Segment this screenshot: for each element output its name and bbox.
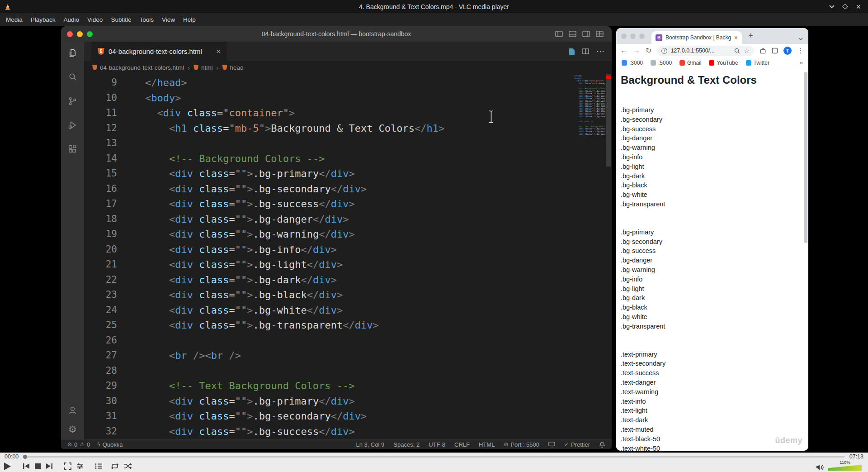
extension-icon[interactable] xyxy=(760,48,766,54)
speaker-icon[interactable] xyxy=(816,464,825,471)
maximize-button[interactable] xyxy=(843,4,849,10)
vlc-menu-view[interactable]: View xyxy=(158,13,179,26)
bookmarks-overflow-icon[interactable]: » xyxy=(800,59,803,66)
bookmark-youtube[interactable]: YouTube xyxy=(709,60,738,66)
breadcrumb-item[interactable]: html xyxy=(193,64,213,71)
code-line: <div class="">.bg-danger</div> xyxy=(145,212,612,227)
site-info-icon[interactable]: i xyxy=(661,48,667,54)
tab-search-chevron-icon[interactable] xyxy=(798,34,803,42)
search-icon[interactable] xyxy=(67,72,78,82)
vscode-minimize-button[interactable] xyxy=(77,31,83,37)
address-bar[interactable]: i 127.0.0.1:5500/... ☆ xyxy=(657,46,754,56)
language-status[interactable]: HTML xyxy=(479,441,495,448)
page-scrollbar[interactable] xyxy=(804,72,807,243)
encoding-status[interactable]: UTF-8 xyxy=(429,441,445,448)
bookmark-gmail[interactable]: Gmail xyxy=(679,60,701,66)
new-tab-button[interactable]: + xyxy=(748,31,753,41)
code-line: <div class="">.bg-info</div> xyxy=(145,242,612,257)
line-number: 11 xyxy=(84,105,117,121)
settings-gear-icon[interactable]: ⚙ xyxy=(68,424,77,434)
tab-groups-icon[interactable] xyxy=(772,48,778,54)
zoom-icon[interactable] xyxy=(734,48,740,54)
open-preview-icon[interactable] xyxy=(569,48,575,55)
account-icon[interactable] xyxy=(67,405,78,415)
shuffle-button[interactable] xyxy=(124,463,132,469)
more-actions-icon[interactable]: ⋯ xyxy=(596,47,604,57)
indentation-status[interactable]: Spaces: 2 xyxy=(393,441,420,448)
previous-button[interactable] xyxy=(23,463,30,469)
loop-button[interactable] xyxy=(111,463,119,469)
video-area[interactable]: 04-background-text-colors.html — bootstr… xyxy=(0,26,868,453)
play-button[interactable] xyxy=(4,462,11,471)
screencast-icon[interactable] xyxy=(548,441,555,448)
profile-avatar[interactable]: T xyxy=(783,47,792,55)
vscode-close-button[interactable] xyxy=(67,31,73,37)
explorer-icon[interactable] xyxy=(67,48,78,58)
extended-settings-button[interactable] xyxy=(76,463,84,469)
quokka-status[interactable]: ϟ Quokka xyxy=(97,441,123,448)
chrome-minimize-button[interactable] xyxy=(630,33,636,39)
vlc-menu-video[interactable]: Video xyxy=(83,13,107,26)
eol-status[interactable]: CRLF xyxy=(454,441,470,448)
vlc-menu-audio[interactable]: Audio xyxy=(60,13,84,26)
scrollbar-thumb[interactable] xyxy=(606,74,611,167)
bookmark-twitter[interactable]: Twitter xyxy=(746,60,769,66)
split-editor-icon[interactable] xyxy=(582,48,589,54)
vscode-zoom-button[interactable] xyxy=(87,31,93,37)
errors-count: 0 xyxy=(74,441,77,448)
editor-scrollbar[interactable] xyxy=(605,74,612,439)
chrome-active-tab[interactable]: B Bootstrap Sandbox | Backgrou × xyxy=(651,31,742,44)
vlc-menu-subtitle[interactable]: Subtitle xyxy=(107,13,135,26)
extensions-icon[interactable] xyxy=(67,144,78,154)
vlc-menu-media[interactable]: Media xyxy=(2,13,27,26)
vlc-menu-help[interactable]: Help xyxy=(179,13,200,26)
bookmark-5000[interactable]: :5000 xyxy=(651,60,672,66)
volume-slider[interactable]: 110% xyxy=(828,460,862,471)
customize-layout-icon[interactable] xyxy=(596,31,604,37)
bootstrap-favicon: B xyxy=(656,34,662,41)
bookmark-star-icon[interactable]: ☆ xyxy=(744,47,750,54)
prettier-status[interactable]: ✓ Prettier xyxy=(564,441,590,448)
toggle-sidebar-icon[interactable] xyxy=(555,31,563,37)
breadcrumb-separator: › xyxy=(217,64,219,72)
chrome-menu-icon[interactable]: ⋮ xyxy=(797,47,804,54)
bookmark-3000[interactable]: :3000 xyxy=(622,60,643,66)
minimap[interactable]: </head><body> <div class="container"> <h… xyxy=(574,74,605,439)
vlc-menu-tools[interactable]: Tools xyxy=(135,13,158,26)
source-control-icon[interactable] xyxy=(67,96,78,106)
next-button[interactable] xyxy=(46,463,53,469)
cursor-position-status[interactable]: Ln 3, Col 9 xyxy=(356,441,384,448)
stop-button[interactable] xyxy=(35,463,41,469)
line-number: 15 xyxy=(84,166,117,181)
back-button[interactable]: ← xyxy=(620,47,627,54)
fullscreen-button[interactable] xyxy=(64,462,71,470)
bookmarks-items: :3000:5000GmailYouTubeTwitter xyxy=(622,60,769,66)
line-number: 30 xyxy=(84,394,117,409)
vlc-menu-playback[interactable]: Playback xyxy=(27,13,60,26)
vlc-menubar: MediaPlaybackAudioVideoSubtitleToolsView… xyxy=(0,13,868,26)
toggle-panel-icon[interactable] xyxy=(569,31,576,37)
breadcrumb-item[interactable]: 04-background-text-colors.html xyxy=(92,64,184,71)
chrome-close-button[interactable] xyxy=(621,33,627,39)
toggle-secondary-sidebar-icon[interactable] xyxy=(582,31,590,37)
code-line: <div class="">.bg-success</div> xyxy=(574,133,605,136)
breadcrumb-item[interactable]: head xyxy=(222,64,244,71)
seek-bar[interactable] xyxy=(23,456,844,458)
minimize-button[interactable] xyxy=(829,5,835,8)
playlist-button[interactable] xyxy=(95,463,102,469)
run-debug-icon[interactable] xyxy=(67,120,78,130)
forward-button[interactable]: → xyxy=(633,47,640,54)
code-editor[interactable]: 9101112131415161718192021222324252627282… xyxy=(84,74,612,439)
seek-handle[interactable] xyxy=(23,455,27,459)
close-button[interactable]: × xyxy=(856,3,861,11)
volume-wedge[interactable] xyxy=(828,465,862,471)
notifications-bell-icon[interactable] xyxy=(599,441,605,448)
problems-status[interactable]: ⊘ 0 ⚠ 0 xyxy=(67,441,90,448)
chrome-zoom-button[interactable] xyxy=(639,33,645,39)
live-server-port-status[interactable]: ⊘ Port : 5500 xyxy=(504,441,539,448)
vscode-tab-close-icon[interactable]: × xyxy=(216,47,221,56)
line-number: 26 xyxy=(84,333,117,348)
tab-04-background-text-colors[interactable]: 5 04-background-text-colors.html × xyxy=(91,42,227,61)
chrome-tab-close-icon[interactable]: × xyxy=(734,34,738,41)
reload-button[interactable]: ↻ xyxy=(646,47,651,54)
